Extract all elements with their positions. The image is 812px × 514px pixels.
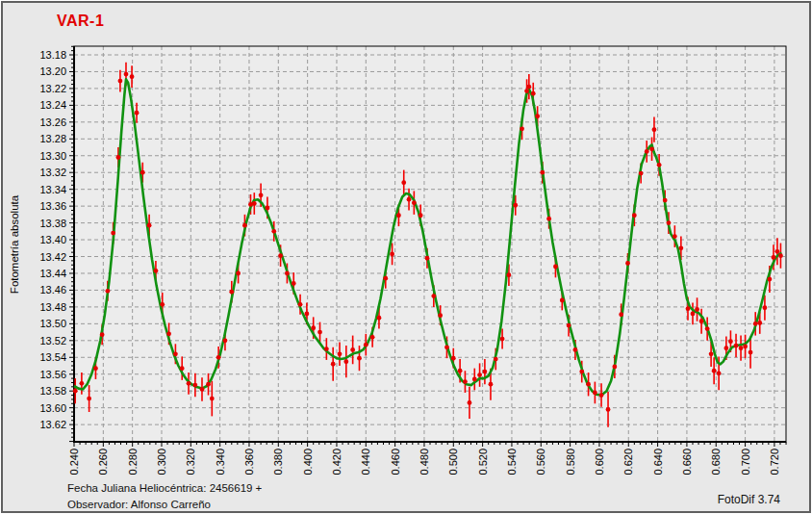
data-point [236, 271, 241, 276]
data-point [763, 305, 768, 310]
data-point [298, 302, 303, 307]
svg-text:13.38: 13.38 [39, 218, 66, 229]
data-point [266, 205, 270, 210]
data-point [401, 180, 406, 185]
data-point [699, 319, 704, 323]
svg-text:0.700: 0.700 [740, 449, 751, 475]
data-point [639, 171, 644, 176]
data-point [154, 269, 159, 273]
svg-text:0.720: 0.720 [769, 449, 780, 475]
svg-text:13.28: 13.28 [39, 133, 66, 144]
data-point [477, 373, 482, 377]
data-point [116, 155, 121, 160]
data-point [304, 311, 309, 316]
svg-text:13.56: 13.56 [39, 369, 66, 380]
svg-text:0.420: 0.420 [331, 449, 343, 475]
x-tick-labels: 0.2400.2600.2800.3000.3200.3400.3600.380… [68, 449, 780, 475]
data-point [200, 387, 205, 392]
data-point [140, 170, 145, 175]
data-point [377, 316, 382, 321]
data-point [632, 213, 637, 218]
svg-text:0.680: 0.680 [710, 449, 722, 475]
data-point [79, 381, 84, 386]
data-point [743, 345, 748, 349]
data-point [458, 369, 463, 373]
svg-text:0.260: 0.260 [97, 449, 109, 475]
svg-text:13.44: 13.44 [39, 268, 66, 279]
svg-text:13.18: 13.18 [39, 49, 66, 61]
y-axis-title: Fotometría absoluta [9, 194, 20, 294]
data-point [93, 366, 98, 371]
data-point [259, 193, 264, 197]
data-point [370, 335, 375, 340]
data-point [100, 332, 105, 337]
data-point [619, 312, 623, 317]
svg-text:0.520: 0.520 [477, 449, 489, 475]
data-point [606, 407, 611, 412]
svg-text:13.30: 13.30 [39, 150, 66, 162]
data-point [468, 400, 472, 405]
svg-text:13.22: 13.22 [39, 83, 66, 94]
svg-text:13.20: 13.20 [39, 65, 66, 77]
svg-text:13.58: 13.58 [39, 385, 66, 397]
data-point [757, 321, 762, 325]
data-point [520, 126, 524, 131]
data-point [717, 371, 722, 375]
data-point [500, 337, 505, 342]
svg-text:0.540: 0.540 [506, 449, 518, 475]
data-point [331, 362, 336, 367]
svg-text:13.42: 13.42 [39, 251, 66, 263]
data-point [482, 370, 487, 374]
data-point [778, 253, 783, 258]
data-point [180, 366, 185, 371]
data-point [705, 326, 710, 331]
data-point [712, 369, 717, 373]
data-point [513, 203, 518, 208]
svg-text:13.32: 13.32 [39, 167, 66, 178]
svg-text:13.26: 13.26 [39, 116, 66, 128]
data-point [135, 111, 140, 116]
data-point [229, 290, 234, 295]
data-point [87, 397, 91, 401]
julian-date-label: Fecha Juliana Heliocéntrica: 2456619 + [67, 482, 262, 494]
data-point [645, 149, 649, 154]
svg-text:0.320: 0.320 [185, 449, 196, 475]
data-point [111, 231, 115, 236]
data-point [753, 321, 758, 326]
data-point [586, 382, 591, 387]
data-point [444, 345, 449, 349]
data-point [350, 347, 355, 352]
data-point [649, 146, 654, 151]
plot-area [74, 46, 786, 442]
data-point [390, 252, 394, 257]
data-point [242, 223, 247, 228]
svg-text:13.40: 13.40 [39, 234, 66, 245]
data-point [407, 197, 412, 202]
svg-text:0.240: 0.240 [68, 449, 80, 475]
svg-text:0.660: 0.660 [681, 449, 693, 475]
data-point [768, 277, 773, 282]
data-point [311, 325, 316, 330]
y-tick-labels: 13.1813.2013.2213.2413.2613.2813.3013.32… [39, 49, 66, 430]
svg-text:0.440: 0.440 [360, 449, 371, 475]
data-point [324, 347, 329, 351]
data-point [472, 377, 477, 382]
data-point [187, 381, 191, 386]
svg-text:0.500: 0.500 [447, 449, 459, 475]
data-point [124, 72, 129, 77]
data-point [593, 391, 597, 396]
data-point [567, 323, 571, 328]
data-point [678, 245, 683, 250]
data-point [489, 382, 494, 387]
svg-text:0.300: 0.300 [156, 449, 167, 475]
data-point [292, 281, 296, 286]
data-point [285, 271, 290, 276]
data-point [560, 298, 565, 303]
svg-text:0.460: 0.460 [390, 449, 401, 475]
data-point [599, 393, 604, 398]
data-point [775, 249, 780, 254]
data-point [657, 163, 662, 167]
data-point [130, 74, 135, 79]
data-point [412, 200, 417, 205]
svg-text:0.620: 0.620 [622, 449, 634, 475]
